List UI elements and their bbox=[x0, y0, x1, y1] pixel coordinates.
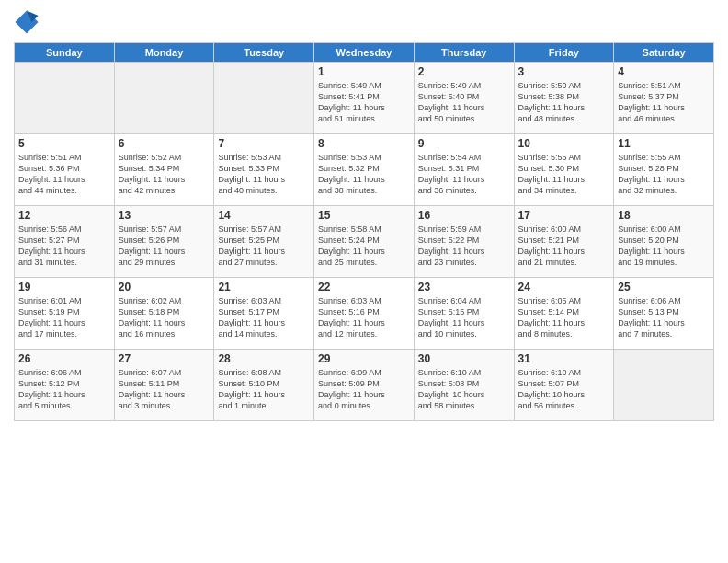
day-number: 12 bbox=[18, 209, 110, 222]
day-info: Sunrise: 6:08 AMSunset: 5:10 PMDaylight:… bbox=[218, 367, 310, 412]
day-number: 26 bbox=[18, 352, 110, 365]
calendar-cell-1-6: 3Sunrise: 5:50 AMSunset: 5:38 PMDaylight… bbox=[514, 63, 614, 134]
calendar-week-1: 1Sunrise: 5:49 AMSunset: 5:41 PMDaylight… bbox=[15, 63, 714, 134]
day-number: 19 bbox=[18, 281, 110, 293]
calendar-cell-4-5: 23Sunrise: 6:04 AMSunset: 5:15 PMDayligh… bbox=[414, 278, 514, 350]
calendar-cell-5-3: 28Sunrise: 6:08 AMSunset: 5:10 PMDayligh… bbox=[214, 350, 314, 421]
day-number: 31 bbox=[518, 352, 610, 365]
day-info: Sunrise: 6:04 AMSunset: 5:15 PMDaylight:… bbox=[418, 295, 510, 340]
calendar-cell-3-1: 12Sunrise: 5:56 AMSunset: 5:27 PMDayligh… bbox=[15, 206, 115, 278]
day-info: Sunrise: 6:06 AMSunset: 5:12 PMDaylight:… bbox=[18, 367, 110, 412]
calendar-cell-3-2: 13Sunrise: 5:57 AMSunset: 5:26 PMDayligh… bbox=[114, 206, 214, 278]
day-number: 13 bbox=[119, 209, 210, 222]
day-number: 30 bbox=[418, 352, 510, 365]
calendar-cell-2-7: 11Sunrise: 5:55 AMSunset: 5:28 PMDayligh… bbox=[614, 134, 714, 206]
day-info: Sunrise: 6:10 AMSunset: 5:07 PMDaylight:… bbox=[518, 367, 610, 412]
day-info: Sunrise: 5:49 AMSunset: 5:41 PMDaylight:… bbox=[318, 80, 410, 125]
calendar-cell-1-5: 2Sunrise: 5:49 AMSunset: 5:40 PMDaylight… bbox=[414, 63, 514, 134]
calendar-cell-1-1 bbox=[15, 63, 115, 134]
day-info: Sunrise: 5:55 AMSunset: 5:30 PMDaylight:… bbox=[518, 152, 610, 197]
calendar-cell-4-2: 20Sunrise: 6:02 AMSunset: 5:18 PMDayligh… bbox=[114, 278, 214, 350]
day-info: Sunrise: 5:59 AMSunset: 5:22 PMDaylight:… bbox=[418, 224, 510, 269]
day-info: Sunrise: 6:07 AMSunset: 5:11 PMDaylight:… bbox=[119, 367, 210, 412]
day-info: Sunrise: 6:09 AMSunset: 5:09 PMDaylight:… bbox=[318, 367, 410, 412]
calendar-cell-5-4: 29Sunrise: 6:09 AMSunset: 5:09 PMDayligh… bbox=[314, 350, 415, 421]
calendar-cell-5-2: 27Sunrise: 6:07 AMSunset: 5:11 PMDayligh… bbox=[114, 350, 214, 421]
day-number: 25 bbox=[618, 281, 710, 293]
calendar-cell-3-6: 17Sunrise: 6:00 AMSunset: 5:21 PMDayligh… bbox=[514, 206, 614, 278]
calendar-header-sunday: Sunday bbox=[15, 43, 115, 63]
day-info: Sunrise: 5:56 AMSunset: 5:27 PMDaylight:… bbox=[18, 224, 110, 269]
day-info: Sunrise: 6:05 AMSunset: 5:14 PMDaylight:… bbox=[518, 295, 610, 340]
calendar-cell-2-6: 10Sunrise: 5:55 AMSunset: 5:30 PMDayligh… bbox=[514, 134, 614, 206]
day-number: 7 bbox=[218, 137, 310, 150]
day-number: 2 bbox=[418, 65, 510, 78]
calendar-cell-3-3: 14Sunrise: 5:57 AMSunset: 5:25 PMDayligh… bbox=[214, 206, 314, 278]
calendar-header-tuesday: Tuesday bbox=[214, 43, 314, 63]
day-number: 15 bbox=[318, 209, 410, 222]
calendar-header-friday: Friday bbox=[514, 43, 614, 63]
calendar-cell-5-5: 30Sunrise: 6:10 AMSunset: 5:08 PMDayligh… bbox=[414, 350, 514, 421]
calendar-week-4: 19Sunrise: 6:01 AMSunset: 5:19 PMDayligh… bbox=[15, 278, 714, 350]
day-number: 27 bbox=[119, 352, 210, 365]
day-number: 20 bbox=[119, 281, 210, 293]
day-number: 8 bbox=[318, 137, 410, 150]
day-number: 10 bbox=[518, 137, 610, 150]
calendar-cell-1-4: 1Sunrise: 5:49 AMSunset: 5:41 PMDaylight… bbox=[314, 63, 415, 134]
day-info: Sunrise: 6:10 AMSunset: 5:08 PMDaylight:… bbox=[418, 367, 510, 412]
day-info: Sunrise: 6:03 AMSunset: 5:16 PMDaylight:… bbox=[318, 295, 410, 340]
day-number: 14 bbox=[218, 209, 310, 222]
calendar-table: SundayMondayTuesdayWednesdayThursdayFrid… bbox=[14, 42, 714, 421]
day-info: Sunrise: 5:57 AMSunset: 5:26 PMDaylight:… bbox=[119, 224, 210, 269]
logo-icon bbox=[14, 9, 40, 35]
day-number: 28 bbox=[218, 352, 310, 365]
day-number: 16 bbox=[418, 209, 510, 222]
calendar-header-thursday: Thursday bbox=[414, 43, 514, 63]
day-info: Sunrise: 5:58 AMSunset: 5:24 PMDaylight:… bbox=[318, 224, 410, 269]
calendar-cell-2-1: 5Sunrise: 5:51 AMSunset: 5:36 PMDaylight… bbox=[15, 134, 115, 206]
calendar-cell-5-1: 26Sunrise: 6:06 AMSunset: 5:12 PMDayligh… bbox=[15, 350, 115, 421]
day-number: 1 bbox=[318, 65, 410, 78]
calendar-cell-4-6: 24Sunrise: 6:05 AMSunset: 5:14 PMDayligh… bbox=[514, 278, 614, 350]
calendar-cell-2-5: 9Sunrise: 5:54 AMSunset: 5:31 PMDaylight… bbox=[414, 134, 514, 206]
day-info: Sunrise: 6:00 AMSunset: 5:21 PMDaylight:… bbox=[518, 224, 610, 269]
day-number: 4 bbox=[618, 65, 710, 78]
day-info: Sunrise: 5:50 AMSunset: 5:38 PMDaylight:… bbox=[518, 80, 610, 125]
svg-marker-0 bbox=[15, 10, 38, 33]
calendar-cell-4-1: 19Sunrise: 6:01 AMSunset: 5:19 PMDayligh… bbox=[15, 278, 115, 350]
calendar-cell-4-3: 21Sunrise: 6:03 AMSunset: 5:17 PMDayligh… bbox=[214, 278, 314, 350]
day-info: Sunrise: 5:51 AMSunset: 5:36 PMDaylight:… bbox=[18, 152, 110, 197]
calendar-cell-2-2: 6Sunrise: 5:52 AMSunset: 5:34 PMDaylight… bbox=[114, 134, 214, 206]
day-number: 18 bbox=[618, 209, 710, 222]
day-info: Sunrise: 5:51 AMSunset: 5:37 PMDaylight:… bbox=[618, 80, 710, 125]
calendar-cell-1-7: 4Sunrise: 5:51 AMSunset: 5:37 PMDaylight… bbox=[614, 63, 714, 134]
day-number: 17 bbox=[518, 209, 610, 222]
calendar-cell-2-4: 8Sunrise: 5:53 AMSunset: 5:32 PMDaylight… bbox=[314, 134, 415, 206]
calendar-header-wednesday: Wednesday bbox=[314, 43, 415, 63]
day-info: Sunrise: 5:54 AMSunset: 5:31 PMDaylight:… bbox=[418, 152, 510, 197]
calendar-cell-4-7: 25Sunrise: 6:06 AMSunset: 5:13 PMDayligh… bbox=[614, 278, 714, 350]
calendar-cell-5-6: 31Sunrise: 6:10 AMSunset: 5:07 PMDayligh… bbox=[514, 350, 614, 421]
day-number: 6 bbox=[119, 137, 210, 150]
header bbox=[14, 9, 714, 35]
day-info: Sunrise: 6:00 AMSunset: 5:20 PMDaylight:… bbox=[618, 224, 710, 269]
calendar-week-5: 26Sunrise: 6:06 AMSunset: 5:12 PMDayligh… bbox=[15, 350, 714, 421]
calendar-cell-3-7: 18Sunrise: 6:00 AMSunset: 5:20 PMDayligh… bbox=[614, 206, 714, 278]
calendar-cell-1-3 bbox=[214, 63, 314, 134]
day-info: Sunrise: 6:02 AMSunset: 5:18 PMDaylight:… bbox=[119, 295, 210, 340]
day-number: 21 bbox=[218, 281, 310, 293]
calendar-cell-5-7 bbox=[614, 350, 714, 421]
day-info: Sunrise: 5:57 AMSunset: 5:25 PMDaylight:… bbox=[218, 224, 310, 269]
page-container: SundayMondayTuesdayWednesdayThursdayFrid… bbox=[0, 0, 728, 563]
day-info: Sunrise: 5:55 AMSunset: 5:28 PMDaylight:… bbox=[618, 152, 710, 197]
day-number: 22 bbox=[318, 281, 410, 293]
day-info: Sunrise: 6:01 AMSunset: 5:19 PMDaylight:… bbox=[18, 295, 110, 340]
day-number: 29 bbox=[318, 352, 410, 365]
day-info: Sunrise: 5:49 AMSunset: 5:40 PMDaylight:… bbox=[418, 80, 510, 125]
calendar-header-saturday: Saturday bbox=[614, 43, 714, 63]
logo bbox=[14, 9, 43, 35]
calendar-week-2: 5Sunrise: 5:51 AMSunset: 5:36 PMDaylight… bbox=[15, 134, 714, 206]
day-info: Sunrise: 6:03 AMSunset: 5:17 PMDaylight:… bbox=[218, 295, 310, 340]
calendar-cell-3-4: 15Sunrise: 5:58 AMSunset: 5:24 PMDayligh… bbox=[314, 206, 415, 278]
calendar-week-3: 12Sunrise: 5:56 AMSunset: 5:27 PMDayligh… bbox=[15, 206, 714, 278]
